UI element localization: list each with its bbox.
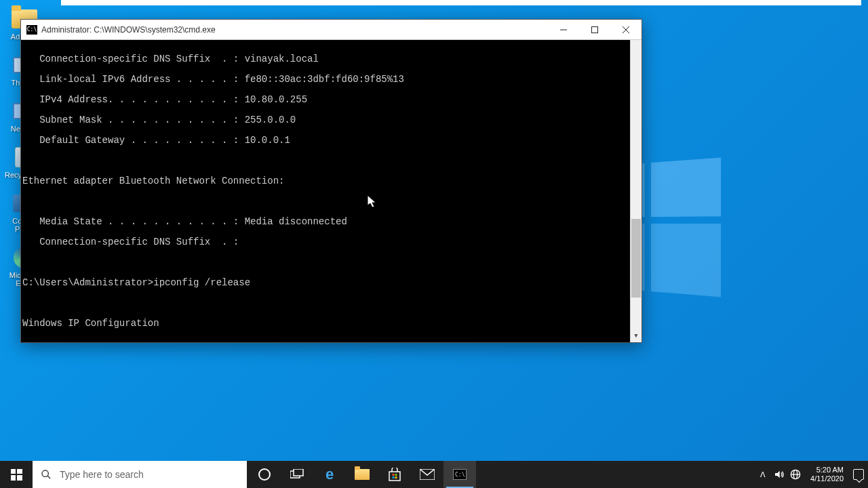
svg-rect-1 bbox=[592, 26, 598, 33]
task-view-icon bbox=[290, 469, 304, 480]
terminal-line: Windows IP Configuration bbox=[22, 319, 642, 329]
store-icon bbox=[388, 468, 401, 481]
search-icon bbox=[41, 469, 52, 480]
terminal-line bbox=[22, 258, 642, 268]
task-cortana[interactable] bbox=[248, 461, 281, 488]
terminal-line: Connection-specific DNS Suffix . : bbox=[22, 237, 642, 247]
svg-rect-10 bbox=[389, 472, 400, 481]
tray-time: 5:20 AM bbox=[810, 466, 844, 474]
terminal-line bbox=[22, 339, 642, 342]
terminal-line bbox=[22, 156, 642, 166]
tray-show-hidden-icons[interactable]: ᐱ bbox=[757, 469, 768, 480]
system-tray: ᐱ 5:20 AM 4/11/2020 bbox=[757, 461, 868, 488]
terminal-line bbox=[22, 197, 642, 207]
svg-marker-16 bbox=[775, 471, 780, 479]
terminal-line: IPv4 Address. . . . . . . . . . . : 10.8… bbox=[22, 95, 642, 105]
scroll-track[interactable] bbox=[631, 52, 642, 331]
cmd-icon: C:\ bbox=[26, 25, 37, 35]
action-center-icon bbox=[853, 469, 864, 480]
svg-point-5 bbox=[42, 470, 48, 476]
task-view[interactable] bbox=[281, 461, 313, 488]
task-file-explorer[interactable] bbox=[346, 461, 378, 488]
tray-date: 4/11/2020 bbox=[810, 474, 844, 483]
close-button[interactable] bbox=[610, 20, 642, 40]
taskbar: Type here to search e C:\ ᐱ bbox=[0, 461, 868, 488]
tray-clock[interactable]: 5:20 AM 4/11/2020 bbox=[806, 466, 848, 483]
terminal-output[interactable]: Connection-specific DNS Suffix . : vinay… bbox=[21, 40, 642, 342]
mail-icon bbox=[420, 469, 435, 480]
maximize-button[interactable] bbox=[579, 20, 610, 40]
task-cmd[interactable]: C:\ bbox=[443, 461, 476, 488]
svg-rect-9 bbox=[294, 469, 303, 476]
terminal-line: Ethernet adapter Bluetooth Network Conne… bbox=[22, 176, 642, 186]
search-placeholder: Type here to search bbox=[60, 469, 144, 480]
scroll-down-arrow-icon[interactable]: ▼ bbox=[631, 331, 642, 342]
titlebar[interactable]: C:\ Administrator: C:\WINDOWS\system32\c… bbox=[21, 20, 642, 40]
task-store[interactable] bbox=[378, 461, 411, 488]
terminal-line: Media State . . . . . . . . . . . : Medi… bbox=[22, 217, 642, 227]
svg-line-6 bbox=[47, 476, 50, 479]
window-title: Administrator: C:\WINDOWS\system32\cmd.e… bbox=[41, 25, 548, 35]
svg-rect-14 bbox=[395, 476, 397, 479]
windows-logo-icon bbox=[11, 469, 22, 481]
cmd-taskbar-icon: C:\ bbox=[453, 469, 467, 480]
terminal-line: C:\Users\Administrator>ipconfig /release bbox=[22, 278, 642, 288]
terminal-line bbox=[22, 298, 642, 308]
terminal-line: Connection-specific DNS Suffix . : vinay… bbox=[22, 54, 642, 64]
start-button[interactable] bbox=[0, 461, 33, 488]
scrollbar[interactable]: ▲ ▼ bbox=[630, 40, 642, 342]
terminal-line: Default Gateway . . . . . . . . . : 10.0… bbox=[22, 136, 642, 146]
scroll-thumb[interactable] bbox=[631, 219, 641, 297]
task-mail[interactable] bbox=[411, 461, 443, 488]
cmd-window[interactable]: C:\ Administrator: C:\WINDOWS\system32\c… bbox=[20, 19, 642, 343]
task-edge[interactable]: e bbox=[313, 461, 346, 488]
taskbar-search[interactable]: Type here to search bbox=[33, 461, 247, 488]
svg-rect-11 bbox=[393, 474, 395, 476]
svg-point-7 bbox=[259, 469, 270, 480]
terminal-line: Link-local IPv6 Address . . . . . : fe80… bbox=[22, 75, 642, 85]
tray-action-center[interactable] bbox=[853, 469, 864, 480]
svg-rect-12 bbox=[395, 474, 397, 476]
terminal-line: Subnet Mask . . . . . . . . . . . : 255.… bbox=[22, 115, 642, 125]
cortana-icon bbox=[258, 468, 271, 481]
svg-rect-13 bbox=[393, 476, 395, 479]
folder-icon bbox=[355, 469, 370, 480]
minimize-button[interactable] bbox=[548, 20, 579, 40]
tray-network-icon[interactable] bbox=[790, 469, 801, 480]
tray-volume-icon[interactable] bbox=[774, 469, 785, 480]
edge-icon: e bbox=[326, 466, 334, 483]
